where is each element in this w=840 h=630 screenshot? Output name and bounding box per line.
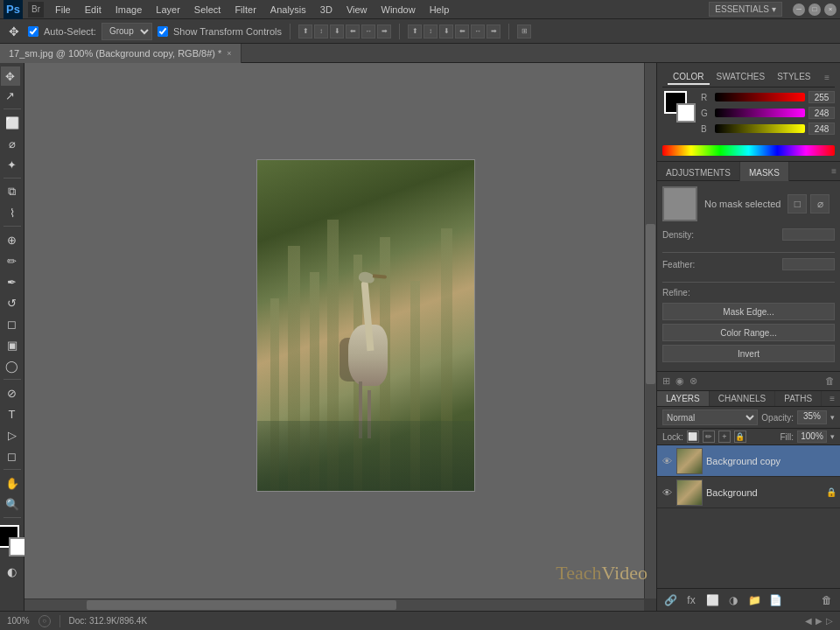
zoom-btn[interactable]: 🔍	[3, 494, 22, 514]
rectangular-marquee-btn[interactable]: ⬜	[3, 113, 22, 132]
color-spectrum-bar[interactable]	[662, 145, 835, 156]
healing-btn[interactable]: ⊕	[3, 230, 22, 249]
tab-channels[interactable]: CHANNELS	[710, 391, 775, 406]
r-value[interactable]: 255	[808, 91, 835, 103]
lock-pixels-icon[interactable]: ✏	[703, 430, 715, 443]
lock-all-icon[interactable]: 🔒	[734, 430, 746, 443]
color-range-btn[interactable]: Color Range...	[662, 324, 835, 341]
align-top-icon[interactable]: ⬆	[298, 24, 312, 38]
move-tool-btn[interactable]: ✥	[1, 66, 20, 86]
artboard-tool-btn[interactable]: ↗	[1, 86, 20, 105]
menu-file[interactable]: File	[49, 3, 77, 17]
menu-view[interactable]: View	[340, 3, 374, 17]
hand-btn[interactable]: ✋	[3, 473, 22, 493]
b-value[interactable]: 248	[808, 122, 835, 135]
menu-select[interactable]: Select	[188, 3, 228, 17]
new-group-btn[interactable]: 📁	[746, 592, 762, 608]
g-slider[interactable]	[715, 108, 805, 117]
layers-panel-menu[interactable]: ≡	[824, 391, 840, 406]
fg-bg-colors[interactable]	[0, 525, 28, 556]
menu-edit[interactable]: Edit	[79, 3, 108, 17]
gradient-btn[interactable]: ▣	[3, 335, 22, 354]
b-slider[interactable]	[715, 124, 805, 133]
maximize-button[interactable]: □	[808, 4, 821, 16]
fill-arrow[interactable]: ▾	[830, 432, 835, 441]
add-vector-mask-btn[interactable]: ⌀	[810, 194, 830, 214]
align-vcenter-icon[interactable]: ↕	[314, 24, 328, 38]
eraser-btn[interactable]: ◻	[3, 314, 22, 333]
distribute-hcenter-icon[interactable]: ↔	[471, 24, 485, 38]
distribute-left-icon[interactable]: ⬅	[455, 24, 469, 38]
horizontal-scrollbar[interactable]	[24, 598, 644, 611]
r-slider[interactable]	[715, 93, 805, 102]
magic-wand-btn[interactable]: ✦	[3, 155, 22, 174]
lock-position-icon[interactable]: +	[718, 430, 731, 443]
menu-3d[interactable]: 3D	[314, 3, 339, 17]
distribute-top-icon[interactable]: ⬆	[408, 24, 422, 38]
g-value[interactable]: 248	[808, 107, 835, 119]
tab-swatches[interactable]: SWATCHES	[711, 70, 771, 85]
adj-panel-collapse[interactable]: ≡	[831, 166, 836, 176]
new-adjustment-layer-btn[interactable]: ◑	[725, 592, 741, 608]
add-layer-style-btn[interactable]: fx	[683, 592, 699, 608]
minimize-button[interactable]: ─	[793, 4, 805, 16]
pen-btn[interactable]: ⊘	[3, 383, 22, 402]
show-transform-checkbox[interactable]	[158, 26, 168, 37]
dodge-btn[interactable]: ◯	[3, 356, 22, 375]
vertical-scrollbar[interactable]	[644, 63, 656, 598]
auto-select-dropdown[interactable]: Group Layer	[102, 23, 152, 40]
align-bottom-icon[interactable]: ⬇	[330, 24, 344, 38]
close-button[interactable]: ×	[824, 4, 836, 16]
layer-visibility-icon-copy[interactable]: 👁	[661, 455, 673, 467]
menu-image[interactable]: Image	[109, 3, 149, 17]
color-panel-collapse[interactable]: ≡	[824, 73, 830, 82]
crop-btn[interactable]: ⧉	[3, 182, 22, 201]
auto-select-checkbox[interactable]	[28, 26, 38, 37]
tab-color[interactable]: COLOR	[668, 70, 710, 85]
align-left-icon[interactable]: ⬅	[346, 24, 360, 38]
distribute-bottom-icon[interactable]: ⬇	[439, 24, 453, 38]
quick-mask-btn[interactable]: ◐	[3, 562, 22, 581]
layer-visibility-icon-bg[interactable]: 👁	[661, 486, 673, 499]
next-frame-btn[interactable]: ▷	[826, 616, 833, 626]
path-btn[interactable]: ▷	[3, 425, 22, 444]
bg-color-swatch[interactable]	[676, 103, 696, 122]
opacity-arrow[interactable]: ▾	[830, 413, 835, 422]
add-pixel-mask-btn[interactable]: □	[788, 194, 807, 214]
history-btn[interactable]: ↺	[3, 293, 22, 312]
menu-window[interactable]: Window	[375, 3, 422, 17]
workspace-button[interactable]: ESSENTIALS ▾	[709, 2, 782, 17]
scroll-thumb-horizontal[interactable]	[87, 600, 396, 610]
view-mask-icon[interactable]: ◉	[676, 375, 684, 387]
add-mask-btn[interactable]: ⬜	[704, 592, 720, 608]
menu-help[interactable]: Help	[424, 3, 456, 17]
tab-close-button[interactable]: ×	[227, 49, 231, 58]
feather-slider-area[interactable]	[662, 276, 835, 283]
add-mask-icon[interactable]: ⊞	[662, 375, 670, 387]
tab-styles[interactable]: STYLES	[772, 70, 816, 85]
document-tab[interactable]: 17_sm.jpg @ 100% (Background copy, RGB/8…	[0, 44, 242, 63]
link-layers-btn[interactable]: 🔗	[662, 592, 678, 608]
canvas-area[interactable]: TeachVideo	[24, 63, 656, 611]
auto-align-icon[interactable]: ⊞	[517, 24, 531, 38]
blend-mode-dropdown[interactable]: Normal Multiply Screen Overlay	[662, 410, 758, 425]
tab-layers[interactable]: LAYERS	[657, 391, 710, 406]
menu-filter[interactable]: Filter	[228, 3, 262, 17]
tab-masks[interactable]: MASKS	[740, 162, 789, 181]
tab-paths[interactable]: PATHS	[775, 391, 822, 406]
menu-layer[interactable]: Layer	[150, 3, 186, 17]
prev-frame-btn[interactable]: ◀	[805, 616, 812, 626]
delete-layer-btn[interactable]: 🗑	[819, 592, 835, 608]
delete-mask-icon[interactable]: 🗑	[825, 375, 835, 387]
align-hcenter-icon[interactable]: ↔	[361, 24, 375, 38]
tab-adjustments[interactable]: ADJUSTMENTS	[657, 162, 740, 181]
density-input[interactable]	[782, 228, 835, 241]
type-btn[interactable]: T	[3, 404, 22, 424]
align-right-icon[interactable]: ➡	[377, 24, 391, 38]
eyedropper-btn[interactable]: ⌇	[3, 203, 22, 222]
invert-btn[interactable]: Invert	[662, 345, 835, 362]
fill-value[interactable]: 100%	[797, 430, 827, 443]
mask-edge-btn[interactable]: Mask Edge...	[662, 303, 835, 320]
shape-btn[interactable]: ◻	[3, 446, 22, 466]
lasso-btn[interactable]: ⌀	[3, 134, 22, 153]
